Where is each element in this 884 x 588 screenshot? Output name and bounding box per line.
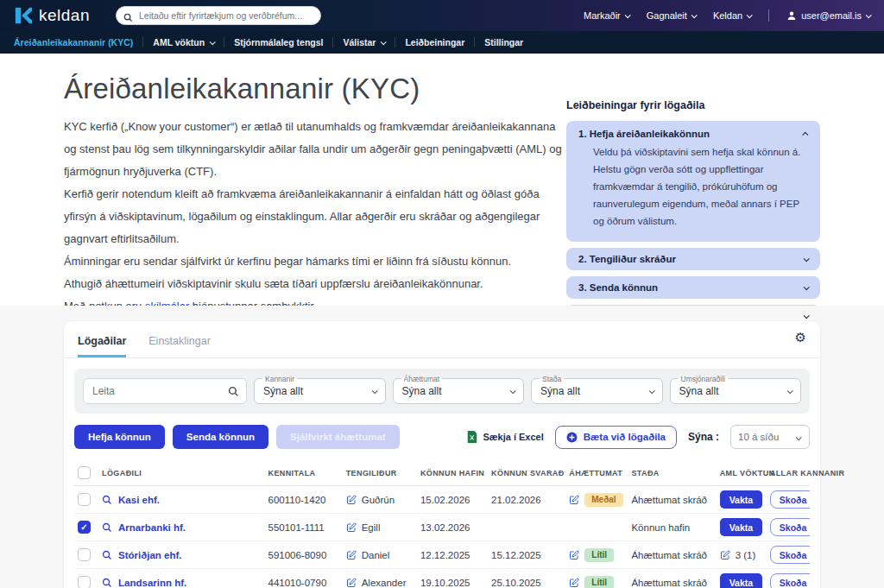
divider (474, 37, 475, 47)
chevron-down-icon (510, 388, 516, 394)
chevron-down-icon (866, 12, 872, 18)
table-search-input[interactable] (83, 378, 247, 404)
guide-item-1-body: Veldu þá viðskiptavini sem hefja skal kö… (593, 143, 808, 230)
divider (224, 37, 224, 47)
company-link[interactable]: Landsarinn hf. (118, 578, 186, 588)
filter-bar: Kannanir Sýna allt Áhættumat Sýna allt S… (74, 369, 810, 414)
intro-paragraph-4: Athugið áhættumeiri viðskiptavinir skulu… (64, 273, 566, 295)
company-link[interactable]: Stóriðjan ehf. (118, 550, 181, 560)
filter-kannanir[interactable]: Kannanir Sýna allt (254, 378, 386, 404)
row-checkbox[interactable] (78, 576, 91, 588)
divider (395, 37, 395, 47)
chevron-down-icon (648, 388, 654, 394)
filter-ahaettumat[interactable]: Áhættumat Sýna allt (393, 378, 525, 404)
guide-title: Leiðbeiningar fyrir lögaðila (566, 99, 820, 111)
action-bar: Hefja könnun Senda könnun Sjálfvirkt áhæ… (64, 414, 820, 458)
view-button[interactable]: Skoða (770, 518, 810, 536)
top-navbar: keldan Markaðir Gagnaleit Keldan user@em… (0, 0, 884, 31)
auto-risk-button[interactable]: Sjálfvirkt áhættumat (276, 425, 400, 449)
chevron-down-icon (381, 39, 387, 45)
company-link[interactable]: Arnarbanki hf. (118, 522, 186, 533)
subnav-pep[interactable]: Stjórnmálaleg tengsl (234, 37, 323, 47)
edit-icon[interactable] (569, 578, 579, 588)
intro-paragraph-2: Kerfið gerir notendum kleift að framkvæm… (64, 183, 566, 250)
chevron-up-icon (802, 131, 808, 137)
edit-icon[interactable] (346, 550, 357, 560)
gear-icon[interactable]: ⚙ (795, 330, 806, 345)
edit-icon[interactable] (720, 550, 730, 560)
divider (768, 9, 769, 22)
intro-paragraph-1: KYC kerfið („Know your customer“) er ætl… (64, 116, 566, 183)
filter-stada[interactable]: Staða Sýna allt (531, 378, 663, 404)
divider (332, 37, 333, 47)
hero-section: Áreiðanleikakannanir (KYC) KYC kerfið („… (0, 54, 884, 306)
edit-icon[interactable] (346, 578, 357, 588)
start-survey-button[interactable]: Hefja könnun (74, 425, 165, 449)
global-search[interactable] (116, 6, 321, 25)
row-checkbox[interactable] (78, 493, 91, 506)
edit-icon[interactable] (569, 550, 579, 560)
edit-icon[interactable] (346, 495, 357, 505)
brand-name: keldan (39, 6, 90, 25)
aml-count: 3 (1) (736, 550, 756, 560)
chevron-down-icon (747, 12, 753, 18)
global-search-input[interactable] (116, 6, 321, 25)
chevron-down-icon (624, 12, 630, 18)
plus-circle-icon (566, 432, 578, 443)
risk-badge: Lítil (584, 576, 614, 588)
guide-item-3[interactable]: 3. Senda könnun (566, 276, 820, 299)
subnav-kyc[interactable]: Áreiðanleikakannanir (KYC) (14, 37, 133, 47)
chevron-down-icon (787, 388, 793, 394)
subnav-stillingar[interactable]: Stillingar (484, 37, 523, 47)
edit-icon[interactable] (346, 522, 357, 533)
monitor-button[interactable]: Vakta (720, 573, 762, 588)
view-button[interactable]: Skoða (770, 546, 810, 564)
keldan-logo[interactable]: keldan (14, 6, 90, 25)
lookup-icon (102, 522, 112, 533)
add-company-button[interactable]: Bæta við lögaðila (555, 426, 677, 449)
user-icon (786, 10, 797, 21)
page-size-select[interactable]: 10 á síðu (730, 425, 810, 449)
tab-logadilar[interactable]: Lögaðilar (78, 335, 126, 357)
table-search[interactable] (83, 378, 247, 404)
edit-icon[interactable] (569, 495, 579, 505)
company-link[interactable]: Kasi ehf. (118, 495, 160, 505)
menu-keldan[interactable]: Keldan (713, 10, 751, 21)
chevron-down-icon (691, 12, 698, 18)
subnav-leidbeiningar[interactable]: Leiðbeiningar (405, 37, 464, 47)
status-text: Könnun hafin (628, 514, 716, 541)
search-icon (228, 385, 239, 401)
lookup-icon (102, 550, 112, 560)
menu-gagnaleit[interactable]: Gagnaleit (647, 10, 696, 21)
search-icon (123, 10, 133, 26)
table-row: Stóriðjan ehf. 591006-8090 Daniel 12.12.… (74, 541, 810, 569)
user-menu[interactable]: user@email.is (786, 10, 870, 21)
table-row: Arnarbanki hf. 550101-1111 Egill 13.02.2… (74, 514, 810, 541)
row-checkbox[interactable] (78, 521, 91, 534)
select-all-checkbox[interactable] (78, 466, 91, 479)
risk-badge: Lítil (584, 548, 614, 562)
table-header-row: LÖGAÐILI KENNITALA TENGILIÐUR KÖNNUN HAF… (74, 459, 810, 486)
view-button[interactable]: Skoða (770, 573, 810, 588)
guide-item-1[interactable]: 1. Hefja áreiðanleikakönnun Veldu þá við… (566, 121, 820, 242)
view-button[interactable]: Skoða (770, 490, 810, 509)
tab-einstaklingar[interactable]: Einstaklingar (148, 335, 211, 357)
status-text: Áhættumat skráð (628, 541, 716, 569)
guide-item-2[interactable]: 2. Tengiliður skráður (566, 248, 820, 270)
page-title: Áreiðanleikakannanir (KYC) (64, 73, 566, 105)
chevron-down-icon (371, 388, 377, 394)
export-excel-link[interactable]: Sækja í Excel (467, 431, 543, 443)
chevron-down-icon (210, 39, 216, 45)
companies-table: LÖGAÐILI KENNITALA TENGILIÐUR KÖNNUN HAF… (74, 459, 810, 588)
filter-umsjonaradili[interactable]: Umsjónaraðili Sýna allt (670, 378, 802, 404)
monitor-button[interactable]: Vakta (720, 518, 762, 536)
menu-markadir[interactable]: Markaðir (584, 10, 629, 21)
keldan-k-icon (14, 6, 33, 25)
send-survey-button[interactable]: Senda könnun (173, 425, 268, 449)
monitor-button[interactable]: Vakta (720, 490, 762, 509)
status-text: Áhættumat skráð (628, 486, 716, 514)
kyc-table-card: Lögaðilar Einstaklingar ⚙ Kannanir Sýna … (64, 321, 820, 588)
subnav-aml[interactable]: AML vöktun (153, 37, 214, 47)
subnav-valistar[interactable]: Válistar (343, 37, 385, 47)
row-checkbox[interactable] (78, 548, 91, 561)
